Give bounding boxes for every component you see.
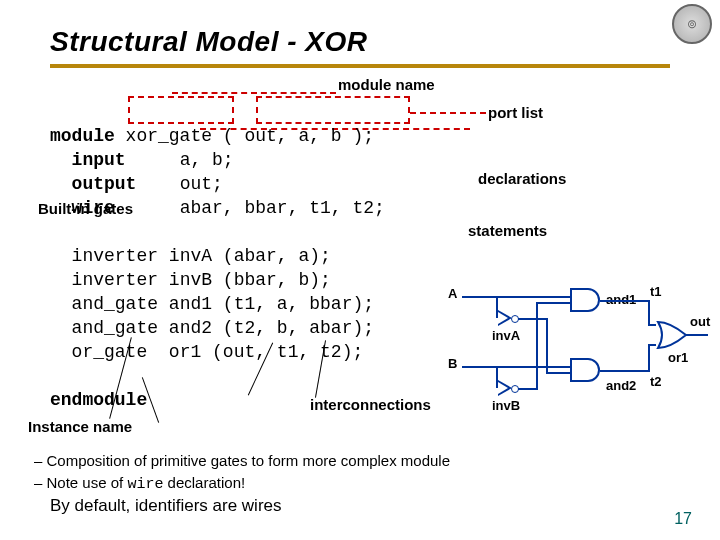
annot-declarations: declarations bbox=[478, 170, 566, 187]
wire-t1 bbox=[600, 300, 648, 302]
wire-b-tap bbox=[496, 366, 498, 388]
label-invb: invB bbox=[492, 398, 520, 413]
wire-a-tap bbox=[496, 296, 498, 318]
kw-output: output bbox=[72, 174, 137, 194]
gate-and2 bbox=[570, 358, 600, 382]
wire-abar-to-and2 bbox=[546, 372, 570, 374]
wire-or-in2 bbox=[648, 344, 656, 346]
leader-module-name bbox=[172, 92, 336, 94]
wire-bbar-to-and1 bbox=[536, 302, 570, 304]
wire-t2-to-or bbox=[648, 344, 650, 372]
wire-out bbox=[686, 334, 708, 336]
page-title: Structural Model - XOR bbox=[50, 26, 367, 58]
gate-and1 bbox=[570, 288, 600, 312]
code-l5: inverter invA (abar, a); bbox=[72, 246, 331, 266]
label-or1: or1 bbox=[668, 350, 688, 365]
bullet-list: – Composition of primitive gates to form… bbox=[30, 450, 450, 496]
wire-or-in1 bbox=[648, 324, 656, 326]
label-input-a: A bbox=[448, 286, 457, 301]
gate-or1 bbox=[656, 320, 688, 350]
kw-input: input bbox=[72, 150, 126, 170]
kw-endmodule: endmodule bbox=[50, 390, 147, 410]
code-l4: abar, bbar, t1, t2; bbox=[115, 198, 385, 218]
code-block: module xor_gate ( out, a, b ); input a, … bbox=[50, 100, 385, 436]
wire-abar-down bbox=[546, 318, 548, 372]
bullet-2: – Note use of wire declaration! bbox=[30, 472, 450, 496]
label-and2: and2 bbox=[606, 378, 636, 393]
leader-port-list bbox=[410, 112, 486, 114]
xor-schematic: A B invA invB and1 t1 and2 t2 bbox=[450, 278, 710, 418]
annot-statements: statements bbox=[468, 222, 547, 239]
kw-wire: wire bbox=[72, 198, 115, 218]
institution-seal-icon: ⊚ bbox=[672, 4, 712, 44]
label-t2: t2 bbox=[650, 374, 662, 389]
wire-t1-to-or bbox=[648, 300, 650, 324]
label-inva: invA bbox=[492, 328, 520, 343]
page-number: 17 bbox=[674, 510, 692, 528]
bullet-1: – Composition of primitive gates to form… bbox=[30, 450, 450, 472]
title-underline bbox=[50, 64, 670, 68]
kw-module: module bbox=[50, 126, 115, 146]
code-l8: and_gate and2 (t2, b, abar); bbox=[72, 318, 374, 338]
wire-t2 bbox=[600, 370, 648, 372]
wire-a bbox=[462, 296, 570, 298]
code-l2: a, b; bbox=[126, 150, 234, 170]
code-l9: or_gate or1 (out, t1, t2); bbox=[72, 342, 364, 362]
wire-abar bbox=[518, 318, 548, 320]
wire-bbar bbox=[518, 388, 536, 390]
footnote-line: By default, identifiers are wires bbox=[50, 496, 282, 516]
label-t1: t1 bbox=[650, 284, 662, 299]
annot-module-name: module name bbox=[338, 76, 435, 93]
gate-invb bbox=[498, 380, 518, 396]
wire-bbar-up bbox=[536, 302, 538, 390]
label-input-b: B bbox=[448, 356, 457, 371]
label-out: out bbox=[690, 314, 710, 329]
code-l6: inverter invB (bbar, b); bbox=[72, 270, 331, 290]
code-l3: out; bbox=[136, 174, 222, 194]
gate-inva bbox=[498, 310, 518, 326]
code-l1: xor_gate ( out, a, b ); bbox=[115, 126, 374, 146]
annot-port-list: port list bbox=[488, 104, 543, 121]
wire-b bbox=[462, 366, 570, 368]
code-l7: and_gate and1 (t1, a, bbar); bbox=[72, 294, 374, 314]
